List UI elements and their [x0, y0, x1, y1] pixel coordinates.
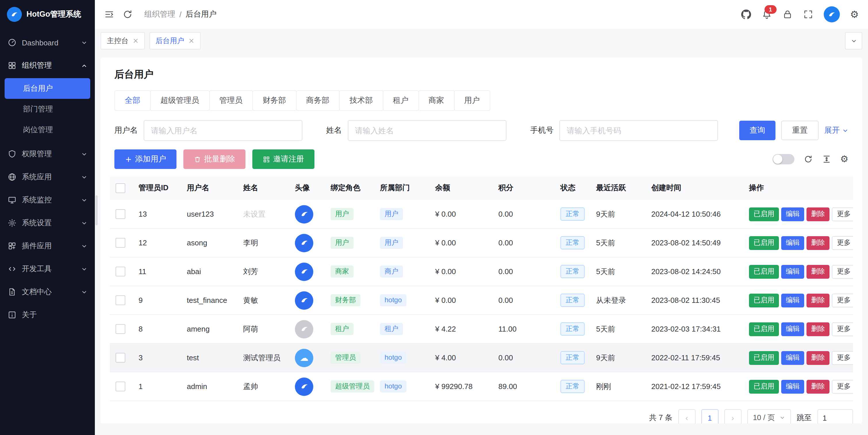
row-checkbox[interactable]: [116, 296, 125, 305]
sidebar-item-system-apps[interactable]: 系统应用: [0, 165, 95, 188]
page-tab-backend-users[interactable]: 后台用户: [149, 32, 200, 50]
more-button[interactable]: 更多: [832, 293, 853, 307]
settings-gear-icon[interactable]: ⚙: [850, 9, 859, 19]
sidebar-item-system-monitor[interactable]: 系统监控: [0, 188, 95, 212]
role-filter-tab[interactable]: 财务部: [252, 90, 296, 111]
enabled-button[interactable]: 已启用: [749, 265, 779, 278]
enabled-button[interactable]: 已启用: [749, 236, 779, 250]
edit-button[interactable]: 编辑: [781, 322, 804, 336]
role-filter-tab[interactable]: 商务部: [296, 90, 340, 111]
row-checkbox[interactable]: [116, 238, 125, 248]
name-input[interactable]: [347, 120, 506, 141]
more-button[interactable]: 更多: [832, 351, 853, 365]
select-all-checkbox[interactable]: [116, 183, 125, 193]
tabs-more-button[interactable]: [845, 32, 862, 50]
reload-table-icon[interactable]: [803, 155, 812, 164]
enabled-button[interactable]: 已启用: [749, 351, 779, 365]
current-page-button[interactable]: 1: [701, 409, 718, 424]
fullscreen-icon[interactable]: [803, 9, 813, 20]
avatar[interactable]: ☁: [295, 205, 313, 223]
delete-button[interactable]: 删除: [806, 351, 830, 365]
enabled-button[interactable]: 已启用: [749, 379, 779, 393]
delete-button[interactable]: 删除: [806, 379, 830, 393]
sidebar-logo[interactable]: HotGo管理系统: [0, 0, 95, 29]
edit-button[interactable]: 编辑: [781, 293, 804, 307]
add-user-button[interactable]: 添加用户: [114, 149, 177, 169]
role-filter-tab[interactable]: 商家: [418, 90, 455, 111]
avatar[interactable]: ☁: [295, 291, 313, 309]
next-page-button[interactable]: ›: [724, 409, 741, 424]
role-filter-tab[interactable]: 租户: [382, 90, 419, 111]
delete-button[interactable]: 删除: [806, 293, 830, 307]
role-filter-tab[interactable]: 超级管理员: [150, 90, 210, 111]
sidebar-item-docs[interactable]: 文档中心: [0, 280, 95, 303]
row-checkbox[interactable]: [116, 353, 125, 363]
edit-button[interactable]: 编辑: [781, 265, 804, 278]
jump-to-input[interactable]: [817, 409, 853, 424]
lock-icon[interactable]: [782, 9, 793, 20]
sidebar-item-plugins[interactable]: 插件应用: [0, 235, 95, 257]
row-checkbox[interactable]: [116, 381, 125, 391]
github-icon[interactable]: [741, 9, 751, 20]
close-icon[interactable]: [132, 38, 138, 44]
expand-filters-button[interactable]: 展开: [824, 125, 848, 135]
close-icon[interactable]: [188, 38, 194, 44]
sidebar-item-system-settings[interactable]: 系统设置: [0, 212, 95, 235]
edit-button[interactable]: 编辑: [781, 379, 804, 393]
role-filter-tab[interactable]: 全部: [114, 90, 151, 111]
column-settings-gear-icon[interactable]: ⚙: [840, 155, 848, 164]
row-checkbox[interactable]: [116, 324, 125, 334]
avatar[interactable]: ☁: [295, 320, 313, 338]
role-filter-tab[interactable]: 管理员: [209, 90, 253, 111]
user-avatar[interactable]: [824, 6, 840, 23]
edit-button[interactable]: 编辑: [781, 351, 804, 365]
refresh-icon[interactable]: [122, 9, 133, 20]
delete-button[interactable]: 删除: [806, 265, 830, 278]
row-checkbox[interactable]: [116, 209, 125, 219]
reset-button[interactable]: 重置: [781, 121, 818, 140]
sidebar-item-label: 系统监控: [22, 195, 76, 205]
phone-input[interactable]: [559, 120, 718, 141]
sidebar-item-backend-users[interactable]: 后台用户: [5, 78, 90, 99]
breadcrumb-item[interactable]: 组织管理: [144, 9, 175, 20]
role-filter-tab[interactable]: 技术部: [339, 90, 383, 111]
search-button[interactable]: 查询: [739, 121, 775, 140]
sidebar-item-departments[interactable]: 部门管理: [0, 99, 95, 120]
avatar[interactable]: ☁: [295, 348, 313, 367]
more-button[interactable]: 更多: [832, 207, 853, 221]
page-tab-console[interactable]: 主控台: [101, 32, 145, 50]
enabled-button[interactable]: 已启用: [749, 207, 779, 221]
more-button[interactable]: 更多: [832, 265, 853, 278]
sidebar-item-dev-tools[interactable]: 开发工具: [0, 257, 95, 280]
edit-button[interactable]: 编辑: [781, 207, 804, 221]
avatar[interactable]: ☁: [295, 234, 313, 252]
sidebar-item-about[interactable]: 关于: [0, 303, 95, 327]
enabled-button[interactable]: 已启用: [749, 293, 779, 307]
notifications[interactable]: 1: [762, 9, 772, 20]
delete-button[interactable]: 删除: [806, 236, 830, 250]
edit-button[interactable]: 编辑: [781, 236, 804, 250]
sidebar-item-permissions[interactable]: 权限管理: [0, 143, 95, 165]
role-filter-tab[interactable]: 用户: [454, 90, 490, 111]
more-button[interactable]: 更多: [832, 236, 853, 250]
page-size-select[interactable]: 10 / 页: [747, 409, 791, 424]
avatar[interactable]: ☁: [295, 262, 313, 281]
invite-register-button[interactable]: 邀请注册: [252, 149, 314, 169]
prev-page-button[interactable]: ‹: [678, 409, 695, 424]
striped-toggle[interactable]: [772, 154, 794, 164]
enabled-button[interactable]: 已启用: [749, 322, 779, 336]
sidebar-item-positions[interactable]: 岗位管理: [0, 120, 95, 140]
delete-button[interactable]: 删除: [806, 322, 830, 336]
sidebar-item-organization[interactable]: 组织管理: [0, 54, 95, 77]
row-checkbox[interactable]: [116, 267, 125, 276]
username-input[interactable]: [144, 120, 302, 141]
menu-fold-icon[interactable]: [104, 9, 114, 20]
sidebar-item-dashboard[interactable]: Dashboard: [0, 31, 95, 54]
sidebar-scrollbar-thumb[interactable]: [95, 195, 98, 225]
density-icon[interactable]: [822, 155, 831, 164]
batch-delete-button[interactable]: 批量删除: [183, 149, 245, 169]
more-button[interactable]: 更多: [832, 322, 853, 336]
delete-button[interactable]: 删除: [806, 207, 830, 221]
avatar[interactable]: ☁: [295, 377, 313, 396]
more-button[interactable]: 更多: [832, 379, 853, 393]
